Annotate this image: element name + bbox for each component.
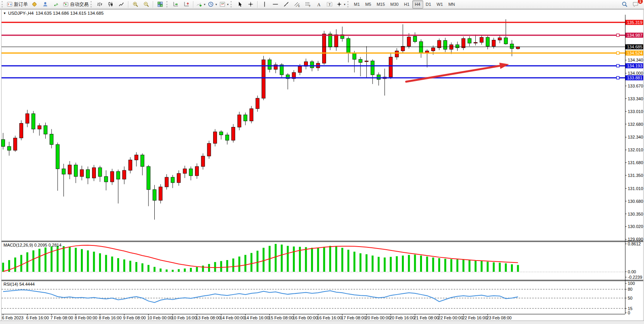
chart-shift-button[interactable] [181, 0, 192, 9]
toolbar-grip[interactable] [166, 1, 169, 7]
zoom-in-button[interactable] [130, 0, 141, 9]
hline-handle-134.193[interactable] [617, 64, 619, 67]
timeframe-h4-button[interactable]: H4 [412, 0, 423, 9]
chart-canvas[interactable]: 134.340134.000133.670133.340133.010132.6… [0, 0, 644, 324]
main-toolbar: 新订单自动交易▾▾▾EFAT▾M1M5M15M30H1H4D1W1MN1 [0, 0, 644, 9]
zoom-in-icon [132, 1, 138, 7]
magnifier-icon [622, 1, 628, 7]
new-order-button[interactable]: 新订单 [5, 0, 29, 9]
clock-icon [208, 1, 214, 7]
toolbar-separator [153, 1, 154, 8]
svg-text:15: 15 [628, 306, 632, 311]
auto-scroll-button[interactable] [170, 0, 181, 9]
svg-text:132.010: 132.010 [628, 147, 643, 152]
equidistant-channel-button[interactable]: E [292, 0, 302, 9]
price-label-text: 134.524 [627, 51, 642, 55]
toolbar-separator [193, 1, 194, 8]
horizontal-line-button[interactable] [270, 0, 281, 9]
arrows-button[interactable]: ▾ [335, 0, 347, 9]
svg-text:A: A [317, 2, 321, 7]
svg-text:130.680: 130.680 [628, 199, 643, 204]
textA-icon: A [316, 1, 322, 7]
timeframe-m15-button[interactable]: M15 [374, 0, 388, 9]
hline-handle-133.881[interactable] [617, 76, 619, 79]
profile-button[interactable] [40, 0, 51, 9]
chart-bars-button[interactable] [94, 0, 105, 9]
periods-button[interactable]: ▾ [207, 0, 218, 9]
template-icon [219, 1, 225, 7]
chartshift-icon [183, 1, 190, 7]
date-label: 10 Feb 00:00 [147, 315, 173, 320]
arrows-icon [336, 1, 342, 7]
text-button[interactable]: A [313, 0, 324, 9]
linechart-icon [118, 1, 125, 7]
svg-text:133.340: 133.340 [628, 96, 643, 101]
text-label-button[interactable]: T [324, 0, 335, 9]
notifications-button[interactable]: 1 [630, 0, 641, 9]
fibonacci-button[interactable]: F [302, 0, 313, 9]
cursor-icon [237, 1, 243, 7]
auto-trading-button-label: 自动交易 [70, 1, 89, 8]
date-label: 16 Feb 16:00 [317, 315, 342, 320]
date-label: 14 Feb 00:00 [220, 315, 245, 320]
toolbar-separator [257, 1, 258, 8]
svg-text:50: 50 [628, 296, 632, 300]
toolbar-grip[interactable] [2, 1, 4, 7]
date-label: 10 Feb 16:00 [171, 315, 196, 320]
svg-text:100: 100 [628, 281, 635, 286]
svg-text:E: E [298, 5, 300, 7]
signal-icon [53, 1, 59, 7]
autotrade-icon [63, 1, 69, 7]
autoscroll-icon [173, 1, 179, 7]
hline-handle-134.524[interactable] [617, 51, 619, 54]
date-label: 16 Feb 00:00 [293, 315, 318, 320]
price-label-text: 133.881 [627, 75, 642, 80]
zoom-out-button[interactable] [141, 0, 152, 9]
crosshair-icon [248, 1, 254, 7]
timeframe-m5-button[interactable]: M5 [362, 0, 374, 9]
labelT-icon: T [326, 1, 333, 7]
status-strip [0, 321, 644, 324]
chart-line-button[interactable] [116, 0, 127, 9]
tile-windows-button[interactable] [155, 0, 166, 9]
toolbar-grip[interactable] [347, 1, 350, 7]
metaquotes-button[interactable] [29, 0, 40, 9]
svg-text:130.350: 130.350 [628, 212, 643, 216]
timeframe-mn-button[interactable]: MN [446, 0, 458, 9]
dropdown-caret-icon: ▾ [215, 3, 217, 6]
new-order-button-label: 新订单 [14, 1, 28, 8]
search-button[interactable] [619, 0, 630, 9]
vertical-line-button[interactable] [259, 0, 270, 9]
hline-handle-134.987[interactable] [617, 34, 619, 36]
timeframe-h1-button[interactable]: H1 [401, 0, 412, 9]
price-label-text: 134.193 [627, 63, 642, 68]
chart-candles-button[interactable] [105, 0, 116, 9]
toolbar-grip[interactable] [231, 1, 233, 7]
timeframe-w1-button[interactable]: W1 [434, 0, 446, 9]
svg-text:0.00: 0.00 [628, 269, 636, 274]
date-label: 9 Feb 08:00 [123, 315, 146, 320]
dropdown-caret-icon: ▾ [344, 3, 345, 6]
svg-text:132.340: 132.340 [628, 135, 643, 139]
trendline-icon [283, 1, 289, 7]
crosshair-button[interactable] [245, 0, 256, 9]
fibo-icon: F [305, 1, 311, 7]
signals-button[interactable] [51, 0, 61, 9]
date-label: 17 Feb 08:00 [341, 315, 366, 320]
timeframe-d1-button[interactable]: D1 [423, 0, 434, 9]
bars-icon [97, 1, 103, 7]
channel-icon: E [294, 1, 300, 7]
toolbar-grip[interactable] [91, 1, 93, 7]
date-label: 20 Feb 16:00 [389, 315, 415, 320]
zoom-out-icon [143, 1, 149, 7]
timeframe-m30-button[interactable]: M30 [388, 0, 401, 9]
cursor-button[interactable] [234, 0, 245, 9]
timeframe-m1-button[interactable]: M1 [351, 0, 362, 9]
chevron-down-icon[interactable]: ▼ [3, 12, 6, 15]
toolbar-separator [128, 1, 129, 8]
indicators-button[interactable]: ▾ [195, 0, 207, 9]
indicators-icon [196, 1, 202, 7]
templates-button[interactable]: ▾ [218, 0, 230, 9]
auto-trading-button[interactable]: 自动交易 [61, 0, 90, 9]
trendline-button[interactable] [281, 0, 292, 9]
